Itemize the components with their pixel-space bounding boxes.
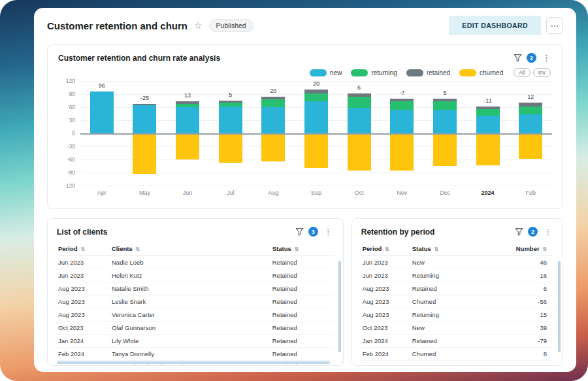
legend-item-returning[interactable]: returning	[351, 69, 397, 76]
segment-churned	[433, 133, 457, 166]
table-row: Feb 2024Tanya DonnellyRetained	[57, 348, 334, 361]
legend-label: returning	[371, 69, 397, 76]
y-tick-label: 60	[69, 104, 75, 110]
stacked-bar-chart: 1209060300-30-60-90-120 96-2513520206-75…	[58, 81, 552, 186]
sort-icon: ⇅	[294, 246, 299, 252]
y-tick-label: -90	[67, 169, 75, 176]
bar-value-label: 20	[270, 88, 276, 94]
table-cell: Retained	[271, 322, 334, 335]
x-tick-label: Jun	[166, 190, 209, 196]
chart-title: Customer retention and churn rate analys…	[58, 54, 220, 63]
legend-item-retained[interactable]: retained	[406, 69, 450, 76]
segment-churned	[176, 133, 199, 159]
star-icon[interactable]: ☆	[194, 20, 203, 31]
segment-returning	[304, 93, 328, 101]
filter-icon[interactable]	[514, 54, 522, 62]
table-row: May 2023New-76	[361, 361, 553, 367]
x-tick-label: Dec	[423, 190, 466, 196]
column-header-period[interactable]: Period ⇅	[361, 242, 411, 256]
filter-count-badge[interactable]: 3	[308, 227, 318, 237]
table-cell: Aug 2023	[361, 282, 411, 295]
table-cell: -76	[508, 361, 553, 367]
y-tick-label: 0	[72, 130, 75, 137]
retention-card: Retention by period 2 ⋮ Period ⇅Status ⇅…	[351, 218, 563, 366]
table-cell: Olaf Gunnarson	[110, 322, 271, 335]
kebab-menu-icon[interactable]: ⋮	[323, 227, 334, 237]
x-tick-label: Apr	[80, 190, 123, 196]
filter-count-badge[interactable]: 2	[527, 53, 536, 63]
filter-icon[interactable]	[515, 227, 523, 236]
edit-dashboard-button[interactable]: EDIT DASHBOARD	[449, 16, 541, 35]
table-cell: Jun 2023	[361, 269, 411, 282]
table-cell: Feb 2024	[57, 348, 110, 361]
table-cell: May 2023	[361, 361, 411, 367]
dashboard-panel: Customer retention and churn ☆ Published…	[34, 8, 576, 372]
table-cell: Nadie Loeb	[110, 256, 271, 269]
segment-churned	[261, 133, 285, 161]
tables-row: List of clients 3 ⋮ Period ⇅Clients ⇅Sta…	[47, 218, 563, 366]
table-row: Jun 2023Helen KutzRetained	[57, 269, 334, 282]
legend-label: retained	[427, 69, 450, 76]
sort-icon: ⇅	[135, 246, 140, 252]
table-cell: Aug 2023	[361, 295, 411, 308]
table-cell: Leslie Snark	[110, 295, 271, 308]
table-cell: Aug 2023	[361, 308, 411, 322]
kebab-menu-icon[interactable]: ⋮	[542, 227, 553, 237]
column-header-clients[interactable]: Clients ⇅	[110, 242, 271, 256]
bar-value-label: 96	[99, 82, 105, 89]
chart-card: Customer retention and churn rate analys…	[47, 44, 563, 209]
table-cell: Lily White	[110, 335, 271, 348]
segment-churned	[133, 133, 156, 174]
table-cell: Retained	[271, 282, 334, 295]
toggle-all-button[interactable]: All	[514, 68, 530, 77]
table-cell: Aug 2023	[57, 295, 110, 308]
column-header-status[interactable]: Status ⇅	[271, 242, 334, 256]
table-cell: Natalie Smith	[110, 282, 271, 295]
y-tick-label: 90	[69, 91, 75, 97]
column-header-period[interactable]: Period ⇅	[57, 242, 110, 256]
legend-swatch	[351, 69, 368, 76]
page-title: Customer retention and churn	[47, 20, 188, 31]
segment-churned	[390, 133, 414, 171]
plot-area: 96-2513520206-75-1112	[80, 81, 552, 186]
legend-item-new[interactable]: new	[310, 69, 342, 76]
x-tick-label: Nov	[380, 190, 423, 196]
toggle-inv-button[interactable]: Inv	[533, 68, 551, 77]
segment-new	[433, 110, 457, 133]
column-header-status[interactable]: Status ⇅	[411, 242, 508, 256]
legend-item-churned[interactable]: churned	[459, 69, 503, 76]
filter-count-badge[interactable]: 2	[528, 227, 538, 237]
table-cell: Retained	[271, 335, 334, 348]
vertical-scrollbar[interactable]	[338, 261, 341, 352]
table-cell: 46	[508, 256, 553, 269]
vertical-scrollbar[interactable]	[558, 261, 561, 352]
segment-new	[348, 108, 371, 133]
segment-new	[261, 107, 285, 133]
retention-table: Period ⇅Status ⇅Number ⇅ Jun 2023New46Ju…	[361, 242, 553, 366]
column-header-number[interactable]: Number ⇅	[508, 242, 553, 256]
table-cell: Aug 2023	[57, 308, 110, 322]
zero-line	[80, 133, 552, 135]
table-cell: Tanya Donnelly	[110, 348, 271, 361]
table-row: Jun 2023Returning16	[361, 269, 553, 282]
segment-churned	[304, 133, 328, 168]
segment-churned	[476, 133, 500, 165]
more-options-button[interactable]: ⋯	[546, 17, 563, 34]
table-cell: 8	[508, 348, 553, 361]
x-tick-label: Jul	[209, 190, 252, 196]
table-cell: -79	[508, 335, 553, 348]
kebab-menu-icon[interactable]: ⋮	[541, 53, 552, 63]
segment-returning	[519, 107, 542, 114]
x-tick-label: Sep	[295, 190, 338, 196]
published-badge: Published	[209, 19, 253, 32]
x-tick-label: 2024	[466, 190, 510, 196]
horizontal-scrollbar[interactable]	[57, 361, 330, 364]
table-cell: Oct 2023	[361, 322, 411, 335]
table-row: Aug 2023Returning15	[361, 308, 553, 322]
segment-new	[133, 105, 156, 133]
table-cell: Jun 2023	[57, 269, 110, 282]
table-cell: Oct 2023	[57, 322, 110, 335]
gradient-frame: Customer retention and churn ☆ Published…	[0, 0, 588, 381]
bar-value-label: -7	[399, 90, 404, 96]
filter-icon[interactable]	[295, 227, 304, 236]
